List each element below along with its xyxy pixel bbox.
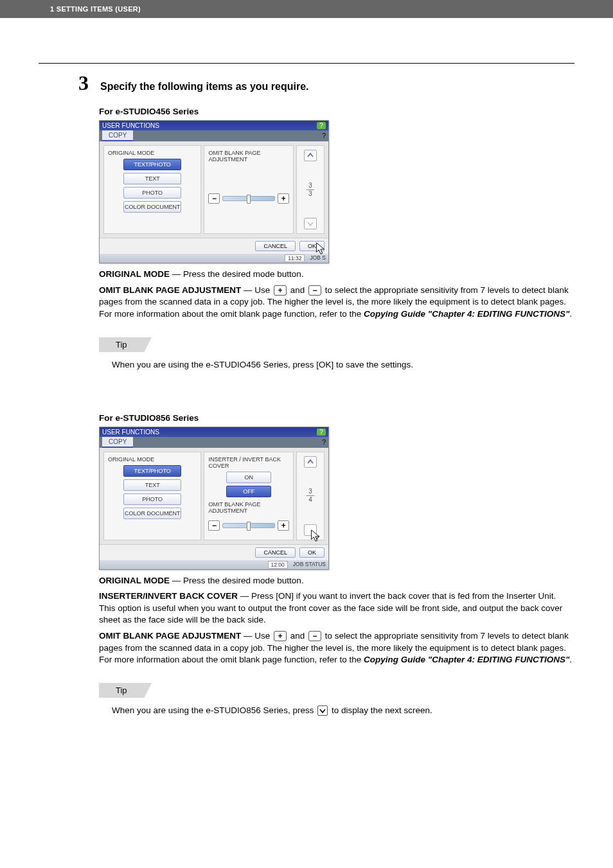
ok-button[interactable]: OK	[299, 241, 324, 251]
omit-label: OMIT BLANK PAGE ADJUSTMENT	[208, 501, 289, 514]
desc-original-mode-856: ORIGINAL MODE — Press the desired mode b…	[99, 575, 574, 587]
original-mode-label: ORIGINAL MODE	[108, 456, 197, 463]
cancel-button[interactable]: CANCEL	[255, 547, 296, 558]
sensitivity-slider[interactable]	[222, 523, 275, 528]
tab-copy[interactable]: COPY	[102, 130, 133, 141]
chapter-breadcrumb: 1 SETTING ITEMS (USER)	[50, 5, 141, 13]
mode-text-photo[interactable]: TEXT/PHOTO	[123, 465, 181, 477]
tab-copy[interactable]: COPY	[102, 437, 133, 448]
mode-text[interactable]: TEXT	[123, 479, 181, 491]
help-icon[interactable]: ?	[317, 429, 326, 436]
top-rule	[39, 63, 574, 64]
screenshot-856-title: USER FUNCTIONS	[102, 429, 159, 436]
minus-button[interactable]: −	[208, 520, 220, 531]
help-icon[interactable]: ?	[322, 439, 326, 446]
down-arrow-icon	[317, 705, 328, 716]
plus-icon: +	[274, 285, 287, 296]
scroll-up-icon[interactable]	[304, 150, 317, 161]
plus-button[interactable]: +	[278, 193, 289, 204]
help-icon[interactable]: ?	[317, 122, 326, 129]
desc-original-mode-456: ORIGINAL MODE — Press the desired mode b…	[99, 269, 574, 281]
original-mode-label: ORIGINAL MODE	[108, 150, 197, 156]
chapter-header: 1 SETTING ITEMS (USER)	[0, 0, 613, 18]
tip-text-456: When you are using the e-STUDIO456 Serie…	[112, 360, 574, 369]
on-button[interactable]: ON	[226, 472, 271, 483]
tip-text-856: When you are using the e-STUDIO856 Serie…	[112, 705, 574, 716]
screenshot-456-title: USER FUNCTIONS	[102, 122, 159, 129]
page-indicator: 33	[306, 182, 314, 197]
desc-omit-856: OMIT BLANK PAGE ADJUSTMENT — Use + and −…	[99, 630, 574, 666]
sensitivity-slider[interactable]	[222, 196, 275, 201]
off-button[interactable]: OFF	[226, 486, 271, 497]
minus-icon: −	[308, 285, 321, 296]
plus-button[interactable]: +	[278, 520, 289, 531]
mode-color-document[interactable]: COLOR DOCUMENT	[123, 201, 181, 213]
help-icon[interactable]: ?	[322, 132, 326, 139]
page-indicator: 34	[306, 488, 314, 503]
scroll-up-icon[interactable]	[304, 456, 317, 468]
mode-photo[interactable]: PHOTO	[123, 493, 181, 505]
mode-color-document[interactable]: COLOR DOCUMENT	[123, 508, 181, 519]
status-time: 12:00	[268, 561, 288, 569]
mode-photo[interactable]: PHOTO	[123, 187, 181, 199]
job-status[interactable]: JOB STATUS	[293, 561, 326, 569]
series-456-heading: For e-STUDIO456 Series	[99, 107, 574, 116]
ok-button[interactable]: OK	[299, 547, 324, 558]
step-number: 3	[78, 71, 89, 95]
tip-badge: Tip	[99, 683, 144, 698]
inserter-label: INSERTER / INVERT BACK COVER	[208, 456, 289, 469]
cancel-button[interactable]: CANCEL	[255, 241, 296, 251]
mode-text[interactable]: TEXT	[123, 173, 181, 184]
series-856-heading: For e-STUDIO856 Series	[99, 413, 574, 423]
desc-inserter-856: INSERTER/INVERT BACK COVER — Press [ON] …	[99, 590, 574, 626]
scroll-down-icon[interactable]	[304, 524, 317, 536]
tip-badge: Tip	[99, 337, 144, 352]
scroll-down-icon[interactable]	[304, 218, 317, 229]
minus-button[interactable]: −	[208, 193, 220, 204]
plus-icon: +	[274, 631, 287, 641]
minus-icon: −	[308, 631, 321, 641]
screenshot-856: USER FUNCTIONS ? COPY ? ORIGINAL MODE TE…	[99, 427, 329, 570]
omit-label: OMIT BLANK PAGE ADJUSTMENT	[208, 150, 289, 163]
mode-text-photo[interactable]: TEXT/PHOTO	[123, 159, 181, 170]
desc-omit-456: OMIT BLANK PAGE ADJUSTMENT — Use + and −…	[99, 285, 574, 321]
status-time: 11:32	[285, 254, 305, 262]
screenshot-456: USER FUNCTIONS ? COPY ? ORIGINAL MODE TE…	[99, 120, 329, 263]
step-row: 3 Specify the following items as you req…	[39, 71, 574, 95]
step-instruction: Specify the following items as you requi…	[100, 81, 309, 93]
